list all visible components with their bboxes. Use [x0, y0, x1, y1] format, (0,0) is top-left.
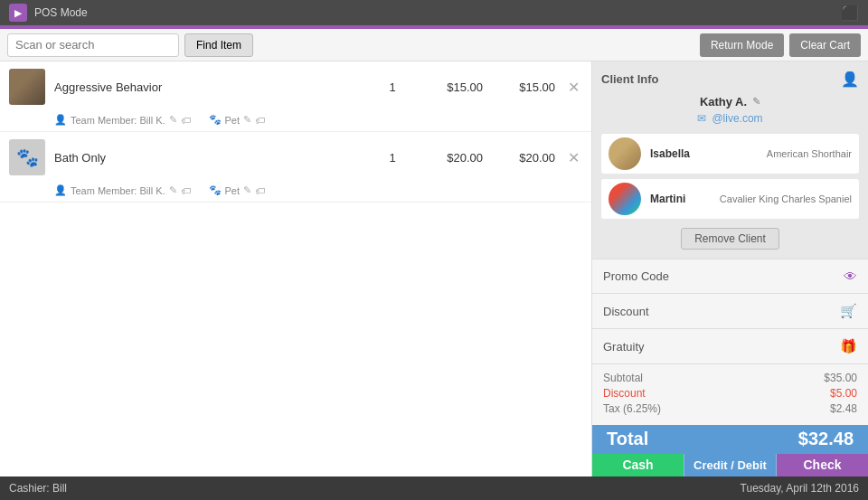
item-price: $20.00 [420, 151, 483, 165]
item-total: $15.00 [492, 80, 555, 94]
cart-panel: Aggressive Behavior 1 $15.00 $15.00 ✕ 👤 … [0, 61, 592, 476]
paw-icon: 🐾 [209, 184, 222, 196]
email-icon: ✉ [697, 112, 706, 125]
subtotal-label: Subtotal [603, 372, 643, 384]
return-mode-button[interactable]: Return Mode [700, 33, 784, 57]
item-thumbnail: 🐾 [9, 139, 45, 175]
promo-label: Promo Code [603, 269, 669, 283]
subtotal-row: Subtotal $35.00 [603, 372, 857, 384]
pet-breed: Cavalier King Charles Spaniel [720, 193, 852, 204]
pet-name: Martini [650, 193, 685, 205]
team-member-label: Team Member: Bill K. [71, 115, 165, 126]
item-total: $20.00 [492, 151, 555, 165]
client-info-section: Client Info 👤 Kathy A. ✎ ✉ @live.com Isa… [592, 61, 868, 259]
tag-pet-icon[interactable]: 🏷 [255, 185, 265, 196]
tax-label: Tax (6.25%) [603, 402, 661, 415]
total-amount: $32.48 [798, 429, 854, 449]
discount-label: Discount [603, 305, 649, 318]
pet-row: Isabella American Shorthair [601, 134, 859, 174]
exit-icon[interactable]: ⬛ [841, 5, 859, 22]
discount-row: Discount $5.00 [603, 387, 857, 400]
pet-list: Isabella American Shorthair Martini Cava… [601, 134, 859, 219]
tax-value: $2.48 [830, 402, 857, 415]
tag-pet-icon[interactable]: 🏷 [255, 115, 265, 126]
discount-summary-label: Discount [603, 387, 646, 400]
tag-team-icon[interactable]: 🏷 [181, 115, 191, 126]
remove-client-button[interactable]: Remove Client [681, 228, 779, 250]
person-icon: 👤 [54, 184, 67, 196]
main-layout: Aggressive Behavior 1 $15.00 $15.00 ✕ 👤 … [0, 61, 868, 476]
item-price: $15.00 [420, 80, 483, 94]
pet-row: Martini Cavalier King Charles Spaniel [601, 179, 859, 219]
pet-section: 🐾 Pet ✎ 🏷 [209, 114, 266, 126]
client-info-title: Client Info [601, 72, 659, 86]
edit-team-icon[interactable]: ✎ [169, 114, 177, 126]
subtotal-value: $35.00 [824, 372, 857, 384]
edit-client-icon[interactable]: ✎ [752, 96, 760, 108]
item-name: Aggressive Behavior [54, 80, 365, 94]
pet-label: Pet [225, 185, 241, 196]
gratuity-section[interactable]: Gratuity 🎁 [592, 329, 868, 364]
edit-team-icon[interactable]: ✎ [169, 184, 177, 196]
mode-label: POS Mode [34, 6, 88, 19]
client-email-row: ✉ @live.com [601, 112, 859, 125]
cart-item-meta: 👤 Team Member: Bill K. ✎ 🏷 🐾 Pet ✎ 🏷 [0, 112, 591, 131]
pet-thumbnail [609, 183, 641, 215]
top-bar: ▶ POS Mode ⬛ [0, 0, 868, 25]
promo-icon: 👁 [844, 269, 857, 284]
search-input[interactable] [7, 33, 179, 57]
promo-code-section[interactable]: Promo Code 👁 [592, 259, 868, 294]
user-icon: 👤 [841, 71, 859, 88]
team-member-label: Team Member: Bill K. [71, 185, 165, 196]
item-thumbnail [9, 69, 45, 105]
date-label: Tuesday, April 12th 2016 [741, 482, 859, 495]
cart-item-meta: 👤 Team Member: Bill K. ✎ 🏷 🐾 Pet ✎ 🏷 [0, 183, 591, 202]
toolbar: Find Item Return Mode Clear Cart [0, 29, 868, 61]
order-summary: Subtotal $35.00 Discount $5.00 Tax (6.25… [592, 364, 868, 425]
cart-item-row: 🐾 Bath Only 1 $20.00 $20.00 ✕ [0, 132, 591, 183]
person-icon: 👤 [54, 114, 67, 126]
footer: Cashier: Bill Tuesday, April 12th 2016 [0, 476, 868, 500]
cart-item: 🐾 Bath Only 1 $20.00 $20.00 ✕ 👤 Team Mem… [0, 132, 591, 203]
logo-icon: ▶ [9, 4, 27, 22]
discount-icon: 🛒 [840, 303, 857, 319]
cart-item-row: Aggressive Behavior 1 $15.00 $15.00 ✕ [0, 61, 591, 112]
edit-pet-icon[interactable]: ✎ [243, 114, 251, 126]
discount-section[interactable]: Discount 🛒 [592, 294, 868, 329]
tax-row: Tax (6.25%) $2.48 [603, 402, 857, 415]
check-button[interactable]: Check [777, 454, 868, 476]
find-item-button[interactable]: Find Item [184, 33, 253, 57]
cashier-label: Cashier: Bill [9, 482, 741, 495]
client-name-row: Kathy A. ✎ [601, 95, 859, 108]
client-info-header: Client Info 👤 [601, 71, 859, 88]
right-panel: Client Info 👤 Kathy A. ✎ ✉ @live.com Isa… [592, 61, 868, 476]
discount-summary-value: $5.00 [830, 387, 857, 400]
pet-thumbnail [609, 137, 641, 170]
cash-button[interactable]: Cash [592, 454, 684, 476]
item-remove-button[interactable]: ✕ [564, 149, 582, 166]
pet-label: Pet [225, 115, 241, 126]
clear-cart-button[interactable]: Clear Cart [789, 33, 861, 57]
edit-pet-icon[interactable]: ✎ [243, 184, 251, 196]
credit-debit-button[interactable]: Credit / Debit [684, 454, 777, 476]
item-remove-button[interactable]: ✕ [564, 79, 582, 96]
item-name: Bath Only [54, 151, 365, 165]
team-member-section: 👤 Team Member: Bill K. ✎ 🏷 [54, 184, 191, 196]
item-qty: 1 [374, 151, 410, 165]
item-qty: 1 [374, 80, 410, 94]
client-email: @live.com [712, 112, 762, 125]
pet-breed: American Shorthair [767, 148, 852, 159]
pet-name: Isabella [650, 147, 690, 160]
gratuity-label: Gratuity [603, 340, 645, 354]
total-bar: Total $32.48 [592, 425, 868, 454]
paw-icon: 🐾 [209, 114, 222, 126]
cart-item: Aggressive Behavior 1 $15.00 $15.00 ✕ 👤 … [0, 61, 591, 132]
client-name: Kathy A. [700, 95, 747, 108]
payment-buttons: Cash Credit / Debit Check [592, 454, 868, 476]
gratuity-icon: 🎁 [840, 338, 857, 354]
pet-section: 🐾 Pet ✎ 🏷 [209, 184, 266, 196]
total-label: Total [607, 429, 648, 449]
team-member-section: 👤 Team Member: Bill K. ✎ 🏷 [54, 114, 191, 126]
tag-team-icon[interactable]: 🏷 [181, 185, 191, 196]
